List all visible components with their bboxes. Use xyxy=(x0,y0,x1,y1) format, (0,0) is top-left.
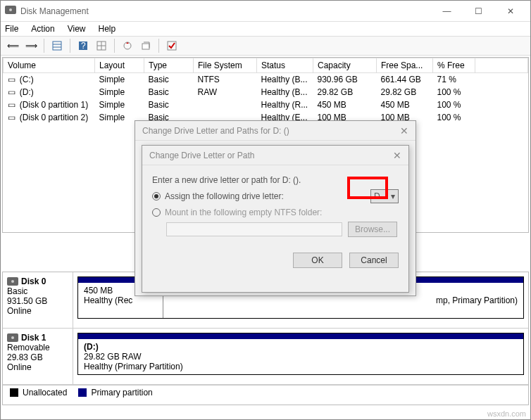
refresh-icon[interactable] xyxy=(120,38,135,53)
close-button[interactable]: ✕ xyxy=(494,1,526,21)
radio-icon xyxy=(152,192,161,201)
dialog-change-letter: Change Drive Letter or Path ✕ Enter a ne… xyxy=(142,145,409,293)
app-icon xyxy=(5,6,16,17)
menu-action[interactable]: Action xyxy=(31,24,54,34)
radio-icon xyxy=(152,208,161,217)
dialog-title: Change Drive Letter or Path xyxy=(149,151,254,160)
col-fs[interactable]: File System xyxy=(194,58,257,73)
legend-primary-swatch xyxy=(78,388,87,397)
svg-rect-9 xyxy=(142,44,149,49)
grid-icon[interactable] xyxy=(94,38,109,53)
titlebar: Disk Management — ☐ ✕ xyxy=(1,1,530,22)
forward-icon[interactable]: ⟹ xyxy=(23,38,39,53)
mount-path-input xyxy=(166,222,342,236)
disk-icon xyxy=(7,277,18,286)
table-row[interactable]: ▭ (D:)SimpleBasicRAWHealthy (B...29.82 G… xyxy=(4,86,528,98)
legend-primary-label: Primary partition xyxy=(91,388,152,397)
properties-icon[interactable] xyxy=(138,38,154,53)
content-area: Volume Layout Type File System Status Ca… xyxy=(1,57,530,407)
col-capacity[interactable]: Capacity xyxy=(313,58,377,73)
col-status[interactable]: Status xyxy=(257,58,313,73)
dialog-title: Change Drive Letter and Paths for D: () xyxy=(142,126,289,136)
col-type[interactable]: Type xyxy=(144,58,194,73)
table-row[interactable]: ▭ (C:)SimpleBasicNTFSHealthy (B...930.96… xyxy=(4,73,528,87)
back-icon[interactable]: ⟸ xyxy=(5,38,20,53)
radio-mount-folder[interactable]: Mount in the following empty NTFS folder… xyxy=(152,208,399,217)
legend-unallocated-label: Unallocated xyxy=(23,388,67,397)
menu-file[interactable]: File xyxy=(5,24,18,34)
dialog-prompt: Enter a new drive letter or path for D: … xyxy=(152,175,399,185)
close-icon[interactable]: ✕ xyxy=(393,150,401,161)
disk-row-1[interactable]: Disk 1 Removable 29.83 GB Online (D:) 29… xyxy=(3,329,528,385)
close-icon[interactable]: ✕ xyxy=(400,125,408,136)
col-layout[interactable]: Layout xyxy=(95,58,144,73)
svg-rect-0 xyxy=(53,42,61,50)
radio-assign-letter[interactable]: Assign the following drive letter: D ▾ xyxy=(152,189,399,203)
col-blank xyxy=(475,58,528,73)
cancel-button[interactable]: Cancel xyxy=(349,253,399,268)
ok-button[interactable]: OK xyxy=(293,253,342,268)
minimize-button[interactable]: — xyxy=(431,1,463,21)
watermark: wsxdn.com xyxy=(487,409,526,418)
check-icon[interactable] xyxy=(164,38,180,53)
legend-unallocated-swatch xyxy=(10,388,18,397)
chevron-down-icon: ▾ xyxy=(391,191,395,201)
table-row[interactable]: ▭ (Disk 0 partition 1)SimpleBasicHealthy… xyxy=(4,98,528,111)
browse-button: Browse... xyxy=(348,222,397,237)
menu-view[interactable]: View xyxy=(68,24,86,34)
drive-letter-dropdown[interactable]: D ▾ xyxy=(370,189,399,203)
disk-icon xyxy=(7,333,18,342)
svg-text:?: ? xyxy=(81,41,86,51)
window-title: Disk Management xyxy=(20,6,431,16)
col-pct[interactable]: % Free xyxy=(433,58,475,73)
table-view-icon[interactable] xyxy=(49,38,65,53)
col-volume[interactable]: Volume xyxy=(4,58,95,73)
toolbar: ⟸ ⟹ ? xyxy=(1,36,530,56)
col-free[interactable]: Free Spa... xyxy=(377,58,433,73)
menu-help[interactable]: Help xyxy=(99,24,116,34)
legend: Unallocated Primary partition xyxy=(3,385,528,399)
menubar: File Action View Help xyxy=(1,22,530,36)
maximize-button[interactable]: ☐ xyxy=(463,1,494,21)
help-icon[interactable]: ? xyxy=(75,38,91,53)
